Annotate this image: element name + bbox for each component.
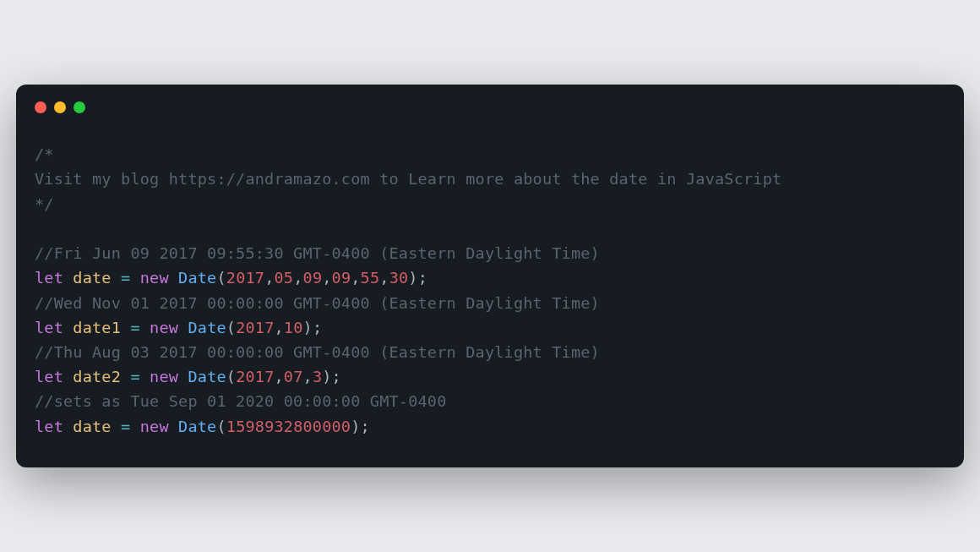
number: 07 xyxy=(284,368,303,385)
keyword-new: new xyxy=(140,269,169,287)
space xyxy=(63,269,73,287)
comma: , xyxy=(351,269,360,287)
space xyxy=(140,368,150,385)
paren-open: ( xyxy=(226,319,236,336)
keyword-let: let xyxy=(35,319,63,336)
number: 3 xyxy=(313,368,322,385)
paren-open: ( xyxy=(226,368,236,385)
space xyxy=(112,269,121,287)
comment-line-2: //Wed Nov 01 2017 00:00:00 GMT-0400 (Eas… xyxy=(35,294,600,312)
comment-close: */ xyxy=(35,195,54,213)
number: 2017 xyxy=(226,269,264,287)
space xyxy=(63,418,73,435)
paren-close: ) xyxy=(408,269,417,287)
maximize-icon[interactable] xyxy=(74,101,85,113)
space xyxy=(121,368,130,385)
paren-close: ) xyxy=(322,368,331,385)
operator-equals: = xyxy=(130,368,139,385)
space xyxy=(130,418,139,435)
keyword-let: let xyxy=(35,418,63,435)
comment-line-4: //sets as Tue Sep 01 2020 00:00:00 GMT-0… xyxy=(35,392,447,410)
space xyxy=(178,368,188,385)
identifier: date1 xyxy=(73,319,121,336)
space xyxy=(63,368,73,385)
paren-open: ( xyxy=(216,269,226,287)
class-date: Date xyxy=(178,418,216,435)
comment-body: Visit my blog https://andramazo.com to L… xyxy=(35,170,781,188)
code-window: /* Visit my blog https://andramazo.com t… xyxy=(16,85,964,467)
comment-line-3: //Thu Aug 03 2017 00:00:00 GMT-0400 (Eas… xyxy=(35,343,600,361)
identifier: date2 xyxy=(73,368,121,385)
number: 2017 xyxy=(236,368,274,385)
semicolon: ; xyxy=(418,269,427,287)
comma: , xyxy=(275,368,284,385)
paren-close: ) xyxy=(303,319,313,336)
keyword-let: let xyxy=(35,368,63,385)
keyword-new: new xyxy=(150,319,178,336)
comma: , xyxy=(303,368,313,385)
number: 09 xyxy=(332,269,351,287)
semicolon: ; xyxy=(313,319,322,336)
number: 10 xyxy=(284,319,303,336)
comma: , xyxy=(293,269,302,287)
space xyxy=(130,269,139,287)
class-date: Date xyxy=(188,368,226,385)
comment-open: /* xyxy=(35,145,54,163)
semicolon: ; xyxy=(361,418,370,435)
semicolon: ; xyxy=(332,368,341,385)
class-date: Date xyxy=(188,319,226,336)
operator-equals: = xyxy=(121,418,130,435)
space xyxy=(140,319,150,336)
comment-line-1: //Fri Jun 09 2017 09:55:30 GMT-0400 (Eas… xyxy=(35,244,600,262)
paren-open: ( xyxy=(216,418,226,435)
number: 1598932800000 xyxy=(226,418,351,435)
space xyxy=(169,269,178,287)
comma: , xyxy=(322,269,331,287)
number: 2017 xyxy=(236,319,274,336)
space xyxy=(169,418,178,435)
identifier: date xyxy=(73,269,111,287)
close-icon[interactable] xyxy=(35,101,46,113)
minimize-icon[interactable] xyxy=(54,101,66,113)
operator-equals: = xyxy=(121,269,130,287)
class-date: Date xyxy=(178,269,216,287)
keyword-new: new xyxy=(150,368,178,385)
number: 55 xyxy=(361,269,380,287)
number: 05 xyxy=(275,269,294,287)
keyword-new: new xyxy=(140,418,169,435)
comma: , xyxy=(264,269,274,287)
number: 30 xyxy=(389,269,409,287)
operator-equals: = xyxy=(130,319,139,336)
number: 09 xyxy=(303,269,323,287)
comma: , xyxy=(275,319,284,336)
space xyxy=(112,418,121,435)
titlebar xyxy=(16,85,964,113)
keyword-let: let xyxy=(35,269,63,287)
space xyxy=(121,319,130,336)
comma: , xyxy=(379,269,389,287)
space xyxy=(63,319,73,336)
identifier: date xyxy=(73,418,111,435)
code-block: /* Visit my blog https://andramazo.com t… xyxy=(16,113,964,467)
space xyxy=(178,319,188,336)
paren-close: ) xyxy=(351,418,360,435)
